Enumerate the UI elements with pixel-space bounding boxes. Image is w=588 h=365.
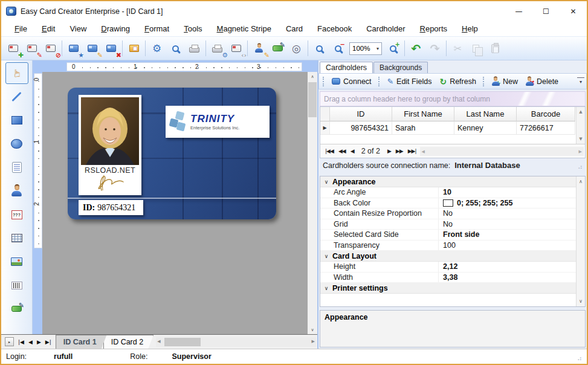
statusbar-resize-grip-icon[interactable]: ⣠	[577, 353, 582, 361]
property-row-width[interactable]: Width 3,38	[320, 273, 576, 283]
menu-facebook[interactable]: Facebook	[311, 22, 358, 35]
export-html-button[interactable]: ‹›	[227, 39, 245, 58]
minimize-icon[interactable]: —	[505, 1, 532, 21]
group-by-bar[interactable]: Drag a column header here to group by th…	[320, 91, 586, 106]
tool-signature[interactable]	[5, 298, 28, 320]
back-color-swatch[interactable]	[443, 199, 453, 207]
property-value[interactable]: 0; 255; 255; 255	[457, 199, 512, 207]
edit-user-button[interactable]: ✎	[250, 39, 268, 58]
scroll-left-icon[interactable]: ◀	[422, 149, 425, 154]
undo-button[interactable]: ↶	[407, 39, 425, 58]
tool-photo[interactable]	[5, 180, 28, 202]
menu-card[interactable]: Card	[280, 22, 309, 35]
property-value[interactable]: No	[439, 219, 453, 230]
scroll-up-icon[interactable]: ∧	[308, 72, 317, 81]
tool-select-hand[interactable]: ☞	[5, 62, 28, 84]
property-row-contain-resize[interactable]: Contain Resize Proportion No	[320, 208, 576, 219]
cell-barcode[interactable]: 77266617	[517, 121, 575, 135]
tool-barcode[interactable]	[5, 274, 28, 296]
tool-table[interactable]	[5, 227, 28, 249]
scroll-down-icon[interactable]: ∨	[577, 299, 585, 304]
card-explorer-button[interactable]	[124, 39, 143, 58]
company-logo-object[interactable]: TRINITY Enterprise Solutions Inc.	[166, 106, 270, 138]
scroll-right-icon[interactable]: ▶	[312, 339, 315, 344]
menu-magnetic-stripe[interactable]: Magnetic Stripe	[211, 22, 277, 35]
tab-backgrounds[interactable]: Backgrounds	[373, 62, 428, 73]
tool-image[interactable]	[5, 251, 28, 273]
menu-view[interactable]: View	[63, 22, 92, 35]
tool-ellipse[interactable]	[5, 133, 28, 155]
first-tab-icon[interactable]: |◀	[18, 339, 24, 345]
fast-next-record-icon[interactable]: ▶▶	[396, 148, 403, 154]
property-row-transparency[interactable]: Transparency 100	[320, 241, 576, 251]
property-value[interactable]: 3,38	[439, 273, 457, 283]
copy-button[interactable]	[467, 39, 486, 58]
property-value[interactable]: 10	[439, 187, 451, 198]
toolbar-overflow-icon[interactable]: ▾	[577, 77, 584, 86]
property-value[interactable]: 100	[439, 241, 456, 251]
next-tab-icon[interactable]: ▶	[37, 339, 41, 345]
section-card-layout[interactable]: ∨ Card Layout	[320, 251, 576, 262]
scroll-right-icon[interactable]: ▶	[579, 149, 582, 154]
scrollbar-thumb[interactable]	[308, 82, 317, 117]
grid-horizontal-scrollbar[interactable]: ◀ ▶	[420, 147, 584, 156]
property-value[interactable]: No	[439, 208, 453, 219]
property-row-grid[interactable]: Grid No	[320, 219, 576, 230]
property-value[interactable]: 2,12	[439, 262, 457, 272]
cell-last-name[interactable]: Kenney	[454, 121, 517, 135]
connect-button[interactable]: Connect	[329, 76, 375, 87]
refresh-button[interactable]: ↻ Refresh	[436, 76, 479, 88]
section-appearance[interactable]: ∨ Appearance	[320, 176, 576, 187]
first-record-icon[interactable]: |◀◀	[325, 148, 334, 154]
menu-file[interactable]: File	[8, 22, 33, 35]
redo-button[interactable]: ↷	[425, 39, 444, 58]
card-workspace[interactable]: RSLOAD.NET ID: 987654321	[42, 72, 308, 334]
doc-tab-id-card-2[interactable]: ID Card 2	[103, 335, 154, 349]
zoom-out-button[interactable]: −	[329, 39, 347, 58]
edit-fields-button[interactable]: ✎ Edit Fields	[384, 76, 435, 87]
tab-list-button[interactable]: ▸	[5, 337, 14, 346]
menu-drawing[interactable]: Drawing	[95, 22, 136, 35]
cell-first-name[interactable]: Sarah	[392, 121, 454, 135]
prev-record-icon[interactable]: ◀	[351, 148, 354, 154]
edit-card-button[interactable]: ✎	[83, 39, 102, 58]
cardholder-photo-object[interactable]: RSLOAD.NET	[79, 95, 141, 195]
id-card-design[interactable]: RSLOAD.NET ID: 987654321	[68, 88, 276, 219]
fingerprint-button[interactable]: ◎	[287, 39, 306, 58]
fast-prev-record-icon[interactable]: ◀◀	[338, 148, 346, 154]
scroll-down-icon[interactable]: ∨	[308, 325, 317, 334]
section-printer-settings[interactable]: ∨ Printer settings	[320, 283, 576, 294]
property-value[interactable]: Front side	[439, 230, 479, 240]
next-record-icon[interactable]: ▶	[387, 148, 391, 154]
tool-line[interactable]	[5, 86, 28, 108]
last-record-icon[interactable]: ▶▶|	[408, 148, 416, 154]
cell-id[interactable]: 987654321	[330, 121, 392, 135]
table-row[interactable]: ▶ 987654321 Sarah Kenney 77266617	[320, 121, 576, 135]
print-preview-button[interactable]	[166, 39, 185, 58]
new-cardholder-button[interactable]: + New	[489, 76, 521, 87]
printer-settings-button[interactable]: ⚙	[208, 39, 227, 58]
favorite-card-button[interactable]: ★	[64, 39, 83, 58]
scroll-up-icon[interactable]: ∧	[577, 179, 585, 184]
page-setup-button[interactable]: ⚙	[147, 39, 166, 58]
tool-rectangle[interactable]	[5, 109, 28, 131]
zoom-custom-button[interactable]: +	[384, 39, 402, 58]
delete-card-button[interactable]: ✖	[102, 39, 120, 58]
property-row-arc-angle[interactable]: Arc Angle 10	[320, 187, 576, 198]
zoom-level-combobox[interactable]: 100% ▾	[349, 42, 382, 55]
print-button[interactable]	[185, 39, 204, 58]
close-icon[interactable]: ✕	[560, 1, 587, 21]
properties-vertical-scrollbar[interactable]: ∧ ∨	[576, 176, 585, 306]
id-text-object[interactable]: ID: 987654321	[79, 200, 143, 215]
design-canvas[interactable]: 0 1 2 3 0 1 2	[33, 60, 317, 334]
scrollbar-thumb[interactable]	[164, 338, 201, 346]
cut-button[interactable]: ✂	[448, 39, 467, 58]
property-row-height[interactable]: Height 2,12	[320, 262, 576, 273]
scroll-up-icon[interactable]: ▲	[577, 109, 585, 114]
scroll-down-icon[interactable]: ▼	[577, 137, 585, 141]
scroll-left-icon[interactable]: ◀	[157, 339, 160, 344]
signature-pad-button[interactable]	[268, 39, 287, 58]
menu-format[interactable]: Format	[138, 22, 175, 35]
menu-reports[interactable]: Reports	[414, 22, 454, 35]
menu-tools[interactable]: Tools	[178, 22, 208, 35]
